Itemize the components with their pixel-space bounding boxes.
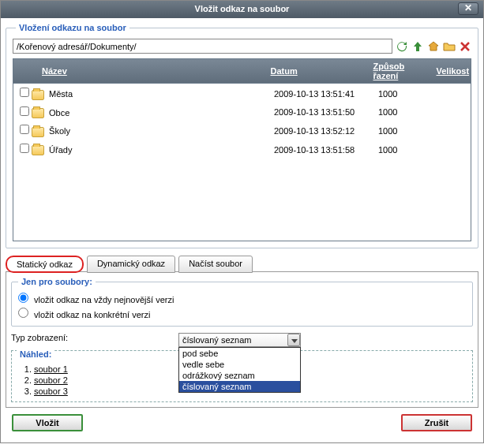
button-label: Vložit bbox=[36, 418, 58, 427]
table-row[interactable]: Města2009-10-13 13:51:411000 bbox=[15, 85, 469, 103]
tab-label: Načíst soubor bbox=[189, 259, 242, 268]
table-header: Název Datum Způsob řazení Velikost bbox=[13, 59, 471, 84]
row-size bbox=[438, 122, 469, 140]
dialog-content: Vložení odkazu na soubor bbox=[1, 18, 483, 442]
row-size bbox=[438, 141, 469, 159]
path-row bbox=[13, 39, 471, 54]
preview-legend: Náhled: bbox=[17, 349, 54, 359]
tab-label: Statický odkaz bbox=[17, 259, 73, 269]
dialog-footer: Vložit Zrušit bbox=[6, 408, 478, 438]
col-sort[interactable]: Způsob řazení bbox=[373, 62, 405, 80]
files-only-fieldset: Jen pro soubory: vložit odkaz na vždy ne… bbox=[11, 277, 473, 327]
row-name: Školy bbox=[49, 126, 70, 136]
row-sort: 1000 bbox=[373, 85, 437, 103]
open-folder-icon[interactable] bbox=[443, 40, 456, 53]
dropdown-option[interactable]: vedle sebe bbox=[179, 359, 300, 370]
titlebar: Vložit odkaz na soubor ✕ bbox=[1, 1, 483, 18]
refresh-icon[interactable] bbox=[396, 40, 408, 53]
table-row[interactable]: Úřady2009-10-13 13:51:581000 bbox=[15, 141, 469, 159]
row-name: Obce bbox=[49, 108, 69, 118]
row-date: 2009-10-13 13:51:41 bbox=[269, 85, 372, 103]
up-icon[interactable] bbox=[411, 40, 424, 53]
radio-specific[interactable]: vložit odkaz na konkrétní verzi bbox=[18, 306, 466, 321]
cancel-button[interactable]: Zrušit bbox=[401, 414, 472, 431]
combo-input[interactable] bbox=[178, 333, 301, 347]
dropdown-option[interactable]: odrážkový seznam bbox=[179, 370, 300, 381]
display-type-combo[interactable]: pod sebevedle sebeodrážkový seznamčíslov… bbox=[178, 333, 301, 347]
path-input[interactable] bbox=[13, 39, 392, 54]
radio-latest[interactable]: vložit odkaz na vždy nejnovější verzi bbox=[18, 291, 466, 306]
folder-icon bbox=[32, 145, 44, 155]
radio-latest-input[interactable] bbox=[18, 293, 28, 303]
home-icon[interactable] bbox=[427, 40, 440, 53]
col-name[interactable]: Název bbox=[42, 66, 67, 76]
insert-link-fieldset: Vložení odkazu na soubor bbox=[6, 23, 478, 248]
chevron-down-icon[interactable] bbox=[287, 334, 300, 346]
tab-dynamic-link[interactable]: Dynamický odkaz bbox=[87, 256, 175, 273]
row-size bbox=[438, 104, 469, 121]
dialog-title: Vložit odkaz na soubor bbox=[195, 4, 290, 13]
display-type-row: Typ zobrazení: pod sebevedle sebeodrážko… bbox=[11, 333, 473, 347]
close-icon[interactable]: ✕ bbox=[458, 2, 478, 15]
row-checkbox[interactable] bbox=[20, 88, 29, 97]
row-size bbox=[438, 85, 469, 103]
row-name: Města bbox=[49, 89, 73, 99]
insert-button[interactable]: Vložit bbox=[12, 414, 83, 431]
row-date: 2009-10-13 13:51:50 bbox=[269, 104, 372, 121]
row-date: 2009-10-13 13:52:12 bbox=[269, 122, 372, 140]
tab-label: Dynamický odkaz bbox=[97, 259, 165, 268]
row-checkbox[interactable] bbox=[20, 144, 29, 153]
tab-panel-static: Jen pro soubory: vložit odkaz na vždy ne… bbox=[6, 271, 478, 408]
row-sort: 1000 bbox=[373, 122, 437, 140]
radio-specific-input[interactable] bbox=[18, 308, 28, 318]
dialog: Vložit odkaz na soubor ✕ Vložení odkazu … bbox=[0, 0, 484, 443]
files-only-legend: Jen pro soubory: bbox=[18, 277, 96, 286]
folder-icon bbox=[32, 90, 44, 100]
folder-icon bbox=[32, 108, 44, 118]
row-checkbox[interactable] bbox=[20, 106, 29, 116]
col-size[interactable]: Velikost bbox=[437, 66, 470, 76]
row-sort: 1000 bbox=[373, 141, 437, 159]
tab-load-file[interactable]: Načíst soubor bbox=[178, 256, 253, 273]
radio-specific-label: vložit odkaz na konkrétní verzi bbox=[34, 310, 150, 319]
row-sort: 1000 bbox=[373, 104, 437, 121]
path-toolbar bbox=[396, 40, 471, 53]
fieldset-legend: Vložení odkazu na soubor bbox=[16, 23, 129, 32]
tab-static-link[interactable]: Statický odkaz bbox=[6, 256, 84, 273]
radio-latest-label: vložit odkaz na vždy nejnovější verzi bbox=[34, 295, 174, 304]
delete-icon[interactable] bbox=[459, 40, 471, 53]
tabs: Statický odkaz Dynamický odkaz Načíst so… bbox=[6, 255, 478, 272]
row-name: Úřady bbox=[49, 145, 72, 155]
table-row[interactable]: Školy2009-10-13 13:52:121000 bbox=[15, 122, 469, 140]
display-type-label: Typ zobrazení: bbox=[11, 333, 169, 342]
combo-dropdown: pod sebevedle sebeodrážkový seznamčíslov… bbox=[178, 347, 301, 393]
table-body-scroll[interactable]: Města2009-10-13 13:51:411000 Obce2009-10… bbox=[13, 84, 471, 241]
dropdown-option[interactable]: číslovaný seznam bbox=[179, 381, 300, 392]
file-table: Název Datum Způsob řazení Velikost bbox=[13, 58, 471, 84]
button-label: Zrušit bbox=[425, 418, 449, 427]
row-date: 2009-10-13 13:51:58 bbox=[269, 141, 372, 159]
table-row[interactable]: Obce2009-10-13 13:51:501000 bbox=[15, 104, 469, 121]
col-date[interactable]: Datum bbox=[271, 66, 298, 76]
row-checkbox[interactable] bbox=[20, 125, 29, 134]
dropdown-option[interactable]: pod sebe bbox=[179, 348, 300, 359]
folder-icon bbox=[32, 127, 44, 137]
